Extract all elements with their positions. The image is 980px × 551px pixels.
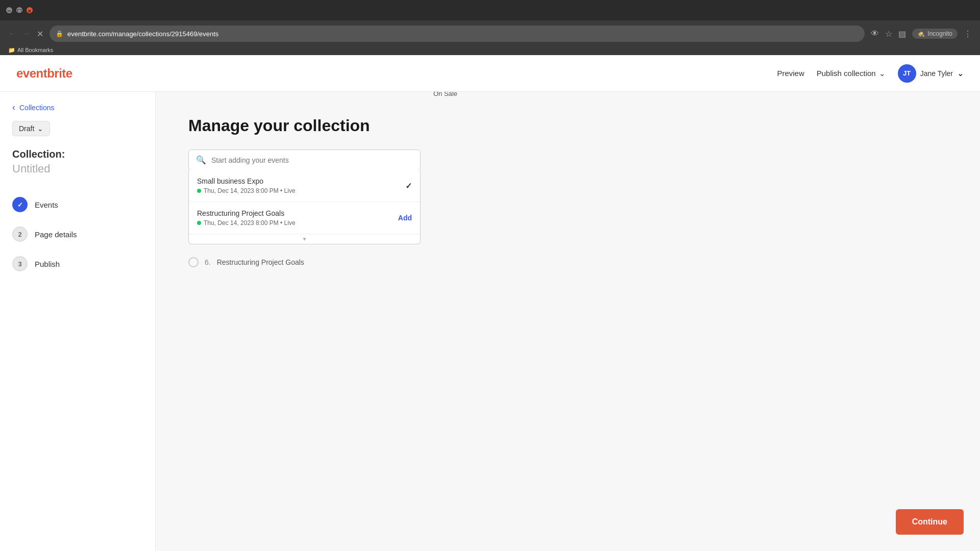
minimize-button[interactable]: − (6, 7, 12, 13)
forward-nav-button[interactable]: → (22, 29, 31, 38)
collection-name: Untitled (0, 162, 155, 176)
page-title: Manage your collection (188, 116, 947, 135)
eventbrite-logo: eventbrite (16, 66, 72, 81)
add-event-button-2[interactable]: Add (398, 214, 412, 222)
search-icon: 🔍 (196, 155, 206, 165)
continue-button[interactable]: Continue (896, 509, 964, 535)
dropdown-event-1[interactable]: Small business Expo Thu, Dec 14, 2023 8:… (189, 170, 420, 202)
upcoming-event-name-1: Restructuring Project Goals (217, 258, 304, 266)
incognito-badge: 🕵 Incognito (912, 29, 958, 39)
sidebar-step-page-details[interactable]: 2 Page details (0, 219, 155, 249)
reload-button[interactable]: ✕ (37, 29, 43, 39)
event-check-icon-1: ✓ (405, 181, 412, 191)
close-button[interactable]: × (27, 7, 33, 13)
back-to-collections[interactable]: ‹ Collections (0, 102, 155, 121)
incognito-icon: 🕵 (917, 30, 925, 37)
upcoming-event-row-1: 6. Restructuring Project Goals (188, 251, 947, 273)
publish-collection-button[interactable]: Publish collection ⌄ (817, 69, 886, 78)
collection-label: Collection: (0, 148, 155, 160)
avatar: JT (898, 64, 916, 83)
sidebar: ‹ Collections Draft ⌄ Collection: Untitl… (0, 92, 156, 551)
event-number-1: 6. (205, 258, 211, 266)
dropdown-event-2[interactable]: Restructuring Project Goals Thu, Dec 14,… (189, 202, 420, 234)
folder-icon: 📁 (8, 47, 15, 54)
eye-slash-icon: 👁 (871, 29, 879, 38)
back-nav-button[interactable]: ← (8, 29, 16, 38)
step-circle-2: 2 (12, 227, 28, 242)
chevron-down-icon: ⌄ (879, 69, 886, 78)
user-name: Jane Tyler (920, 69, 953, 78)
maximize-button[interactable]: □ (16, 7, 22, 13)
sidebar-step-events[interactable]: ✓ Events (0, 190, 155, 219)
search-box: 🔍 (188, 149, 421, 170)
preview-button[interactable]: Preview (777, 69, 804, 78)
step-label-publish: Publish (35, 260, 60, 268)
step-label-events: Events (35, 201, 58, 209)
event-date-2: Thu, Dec 14, 2023 8:00 PM • Live (197, 219, 296, 227)
dropdown-scroll-area: Small business Expo Thu, Dec 14, 2023 8:… (189, 170, 420, 234)
live-dot-2 (197, 221, 201, 225)
sidebar-step-publish[interactable]: 3 Publish (0, 249, 155, 279)
main-content: Manage your collection 🔍 Small business … (156, 92, 980, 551)
draft-chevron-icon: ⌄ (37, 124, 43, 133)
event-date-1: Thu, Dec 14, 2023 8:00 PM • Live (197, 187, 296, 194)
more-options-icon[interactable]: ⋮ (964, 29, 972, 39)
event-info-2: Restructuring Project Goals Thu, Dec 14,… (197, 209, 296, 227)
draft-dropdown[interactable]: Draft ⌄ (12, 121, 50, 136)
on-sale-badge: On Sale (433, 92, 457, 97)
step-label-page-details: Page details (35, 230, 77, 239)
url-input[interactable] (67, 30, 859, 38)
user-menu[interactable]: JT Jane Tyler ⌄ (898, 64, 964, 83)
scroll-indicator: ▼ (189, 234, 420, 244)
app-header: eventbrite Preview Publish collection ⌄ … (0, 55, 980, 92)
search-input[interactable] (211, 156, 413, 164)
step-circle-3: 3 (12, 256, 28, 271)
star-icon[interactable]: ☆ (885, 29, 892, 39)
bookmarks-bar: 📁 All Bookmarks (8, 47, 53, 54)
user-chevron-icon: ⌄ (957, 68, 964, 78)
event-checkbox-1[interactable] (188, 257, 199, 267)
event-name-2: Restructuring Project Goals (197, 209, 296, 217)
step-circle-1: ✓ (12, 197, 28, 212)
back-arrow-icon: ‹ (12, 102, 15, 113)
lock-icon: 🔒 (56, 30, 63, 37)
address-bar[interactable]: 🔒 (50, 26, 865, 42)
search-container: 🔍 Small business Expo Thu, Dec 14, 2023 … (188, 149, 421, 170)
live-dot-1 (197, 189, 201, 193)
event-info-1: Small business Expo Thu, Dec 14, 2023 8:… (197, 177, 296, 194)
sidebar-icon[interactable]: ▤ (898, 29, 906, 39)
search-dropdown: Small business Expo Thu, Dec 14, 2023 8:… (188, 170, 421, 244)
event-name-1: Small business Expo (197, 177, 296, 185)
